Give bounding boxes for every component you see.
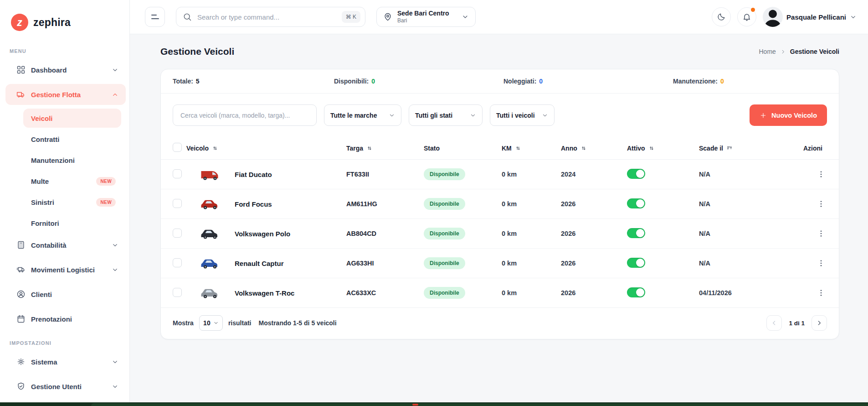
column-header-km[interactable]: KM [502,145,561,152]
dark-mode-button[interactable] [712,7,731,26]
stat-value: 0 [720,78,724,85]
status-badge: Disponibile [424,257,465,269]
vehicle-expiry: N/A [699,260,803,267]
logistics-truck-icon [16,265,26,274]
sidebar-item-dashboard[interactable]: Dashboard [5,59,126,80]
stat-label: Totale: [173,78,193,85]
sort-icon [648,145,655,151]
page-content: Gestione Veicoli Home Gestione Veicoli T… [130,34,868,406]
sidebar-item-prenotazioni[interactable]: Prenotazioni [5,308,126,329]
vehicle-name: Fiat Ducato [235,171,272,178]
sort-icon [580,145,587,151]
page-indicator: 1 di 1 [789,320,805,327]
column-header-stato: Stato [424,145,502,152]
column-header-scade-il[interactable]: Scade il [699,145,803,152]
page-title: Gestione Veicoli [160,46,234,57]
sidebar-subitem-fornitori[interactable]: Fornitori [23,213,121,233]
row-actions-button[interactable] [817,259,825,267]
sidebar-subitem-multe[interactable]: Multe NEW [23,172,121,191]
results-range: Mostrando 1-5 di 5 veicoli [258,319,336,327]
bottom-banner-inner [91,403,868,406]
user-menu[interactable]: Pasquale Pellicani [763,7,857,27]
grid-icon [16,65,26,74]
page-header: Gestione Veicoli Home Gestione Veicoli [160,46,839,57]
active-toggle[interactable] [627,198,645,208]
sidebar-item-contabilit[interactable]: Contabilità [5,234,126,255]
next-page-button[interactable] [812,315,827,331]
sidebar-item-gestione-flotta[interactable]: Gestione Flotta [5,84,126,105]
row-checkbox[interactable] [173,199,182,208]
stat-value: 0 [539,78,543,85]
sidebar-item-clienti[interactable]: Clienti [5,284,126,305]
sort-icon [515,145,521,151]
sidebar-subitem-veicoli[interactable]: Veicoli [23,109,121,128]
table-row: Volkswagen Polo AB804CD Disponibile 0 km… [161,219,839,249]
chevron-down-icon [389,112,395,119]
vehicle-plate: FT633II [346,171,424,178]
toggle-knob [636,170,644,178]
global-search-input[interactable] [196,13,337,21]
notifications-button[interactable] [737,7,756,26]
location-selector[interactable]: Sede Bari Centro Bari [376,7,476,27]
per-page-select[interactable]: 10 [199,315,223,331]
active-toggle[interactable] [627,228,645,238]
vehicle-km: 0 km [502,289,561,297]
column-label: Anno [561,145,577,152]
row-actions-button[interactable] [817,229,825,238]
row-checkbox[interactable] [173,258,182,267]
sidebar-subitem-sinistri[interactable]: Sinistri NEW [23,193,121,212]
user-icon [16,290,26,299]
stat-value: 5 [196,78,200,85]
sidebar-subitem-manutenzioni[interactable]: Manutenzioni [23,151,121,170]
row-actions-button[interactable] [817,200,825,208]
chevron-down-icon [213,320,219,326]
brand-name: zephira [33,16,71,29]
burger-line [151,15,157,16]
active-toggle[interactable] [627,258,645,268]
active-toggle[interactable] [627,287,645,297]
sidebar-section-settings: IMPOSTAZIONI [10,340,129,346]
row-actions-button[interactable] [817,289,825,297]
row-checkbox[interactable] [173,169,182,178]
chevron-down-icon [112,242,118,249]
new-vehicle-button[interactable]: Nuovo Veicolo [750,104,827,126]
vehicle-search-input[interactable] [180,111,310,120]
filters-bar: Tutte le marche Tutti gli stati Tutti i … [161,94,839,137]
row-checkbox[interactable] [173,288,182,297]
brand-filter-select[interactable]: Tutte le marche [324,104,401,126]
vehicle-year: 2024 [561,171,627,178]
type-filter-select[interactable]: Tutti i veicoli [490,104,555,126]
app-root: z zephira MENU Dashboard Gestione Flotta… [0,0,868,406]
column-header-targa[interactable]: Targa [346,145,424,152]
breadcrumb-home[interactable]: Home [759,48,776,55]
column-header-veicolo[interactable]: Veicolo [186,145,346,152]
brand-logo[interactable]: z zephira [0,14,129,31]
gear-icon [16,357,26,366]
chevron-down-icon [850,14,857,21]
column-header-azioni: Azioni [803,145,839,152]
toggle-knob [636,288,644,297]
vehicle-thumbnail-fiat-ducato [200,167,221,182]
vehicle-plate: AB804CD [346,230,424,237]
select-all-checkbox[interactable] [173,143,182,152]
previous-page-button[interactable] [766,315,782,331]
search-shortcut-badge: ⌘ K [342,11,360,23]
column-header-attivo[interactable]: Attivo [627,145,699,152]
active-toggle[interactable] [627,169,645,179]
sidebar-subitem-contratti[interactable]: Contratti [23,130,121,149]
sidebar-item-sistema[interactable]: Sistema [5,351,126,372]
chevron-down-icon [112,383,118,390]
sidebar-toggle-button[interactable] [145,7,165,27]
sidebar-item-movimenti-logistici[interactable]: Movimenti Logistici [5,259,126,280]
new-badge: NEW [96,177,116,186]
brand-filter-value: Tutte le marche [330,112,377,119]
status-filter-select[interactable]: Tutti gli stati [409,104,483,126]
vehicle-name: Volkswagen Polo [235,230,290,238]
column-header-anno[interactable]: Anno [561,145,627,152]
truck-icon [16,90,26,99]
row-actions-button[interactable] [817,170,825,178]
row-checkbox[interactable] [173,229,182,238]
sidebar: z zephira MENU Dashboard Gestione Flotta… [0,0,130,406]
sidebar-item-gestione-utenti[interactable]: Gestione Utenti [5,376,126,397]
sidebar-main-nav: Dashboard Gestione Flotta Veicoli Contra… [0,59,129,329]
